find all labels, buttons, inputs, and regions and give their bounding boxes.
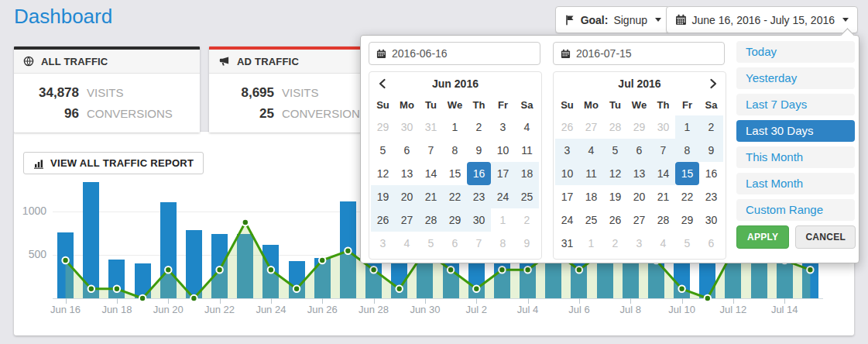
day-cell[interactable]: 14 [419, 162, 443, 185]
day-cell[interactable]: 21 [419, 185, 443, 208]
preset-range-last-7-days[interactable]: Last 7 Days [736, 94, 855, 115]
day-cell[interactable]: 4 [579, 139, 603, 162]
day-cell[interactable]: 4 [651, 232, 675, 255]
day-cell[interactable]: 27 [579, 115, 603, 139]
preset-range-today[interactable]: Today [736, 41, 855, 63]
day-cell[interactable]: 9 [515, 232, 539, 255]
day-cell[interactable]: 29 [627, 115, 651, 139]
preset-range-custom-range[interactable]: Custom Range [736, 199, 855, 221]
preset-range-last-30-days[interactable]: Last 30 Days [736, 120, 855, 142]
preset-range-yesterday[interactable]: Yesterday [736, 67, 855, 89]
day-cell-selected[interactable]: 15 [675, 162, 699, 185]
day-cell[interactable]: 1 [491, 208, 515, 232]
start-date-field[interactable] [369, 42, 540, 65]
day-cell[interactable]: 18 [579, 185, 603, 208]
day-cell[interactable]: 5 [603, 139, 627, 162]
day-cell[interactable]: 20 [627, 185, 651, 208]
day-cell[interactable]: 3 [371, 232, 395, 255]
day-cell[interactable]: 11 [515, 139, 539, 162]
view-all-traffic-report-button[interactable]: VIEW ALL TRAFFIC REPORT [23, 152, 204, 174]
day-cell[interactable]: 8 [675, 139, 699, 162]
day-cell[interactable]: 1 [443, 115, 467, 139]
day-cell[interactable]: 8 [491, 232, 515, 255]
day-cell[interactable]: 2 [603, 232, 627, 255]
day-cell[interactable]: 16 [699, 162, 723, 185]
day-cell[interactable]: 31 [555, 232, 579, 255]
day-cell[interactable]: 7 [419, 139, 443, 162]
day-cell[interactable]: 24 [491, 185, 515, 208]
day-cell[interactable]: 14 [651, 162, 675, 185]
day-cell[interactable]: 3 [491, 115, 515, 139]
day-cell[interactable]: 4 [515, 115, 539, 139]
end-date-input[interactable] [576, 47, 708, 60]
date-range-button[interactable]: June 16, 2016 - July 15, 2016 [666, 6, 858, 33]
day-cell[interactable]: 22 [443, 185, 467, 208]
goal-selector-button[interactable]: Goal: Signup [555, 6, 671, 33]
day-cell[interactable]: 1 [675, 115, 699, 139]
day-cell[interactable]: 25 [579, 208, 603, 232]
day-cell[interactable]: 6 [443, 232, 467, 255]
day-cell[interactable]: 25 [515, 185, 539, 208]
day-cell[interactable]: 6 [699, 232, 723, 255]
day-cell[interactable]: 6 [395, 139, 419, 162]
day-cell[interactable]: 12 [603, 162, 627, 185]
day-cell[interactable]: 7 [651, 139, 675, 162]
day-cell[interactable]: 10 [491, 139, 515, 162]
day-cell[interactable]: 31 [419, 115, 443, 139]
day-cell[interactable]: 23 [467, 185, 491, 208]
day-cell[interactable]: 9 [467, 139, 491, 162]
cancel-button[interactable]: CANCEL [795, 225, 856, 249]
day-cell[interactable]: 6 [627, 139, 651, 162]
day-cell[interactable]: 13 [395, 162, 419, 185]
day-cell[interactable]: 17 [491, 162, 515, 185]
start-date-input[interactable] [392, 47, 523, 60]
day-cell[interactable]: 30 [651, 115, 675, 139]
day-cell[interactable]: 3 [627, 232, 651, 255]
day-cell[interactable]: 13 [627, 162, 651, 185]
day-cell[interactable]: 2 [699, 115, 723, 139]
day-cell[interactable]: 26 [371, 208, 395, 232]
day-cell[interactable]: 9 [699, 139, 723, 162]
day-cell[interactable]: 24 [555, 208, 579, 232]
preset-range-last-month[interactable]: Last Month [736, 173, 855, 194]
day-cell[interactable]: 26 [603, 208, 627, 232]
day-cell[interactable]: 23 [699, 185, 723, 208]
day-cell[interactable]: 2 [467, 115, 491, 139]
day-cell[interactable]: 7 [467, 232, 491, 255]
day-cell[interactable]: 1 [579, 232, 603, 255]
day-cell[interactable]: 26 [555, 115, 579, 139]
day-cell[interactable]: 28 [603, 115, 627, 139]
day-cell[interactable]: 21 [651, 185, 675, 208]
day-cell[interactable]: 22 [675, 185, 699, 208]
day-cell[interactable]: 20 [395, 185, 419, 208]
day-cell[interactable]: 19 [371, 185, 395, 208]
end-date-field[interactable] [553, 42, 725, 65]
day-cell[interactable]: 29 [371, 115, 395, 139]
day-cell[interactable]: 3 [555, 139, 579, 162]
day-cell[interactable]: 19 [603, 185, 627, 208]
preset-range-this-month[interactable]: This Month [736, 146, 855, 168]
day-cell[interactable]: 5 [371, 139, 395, 162]
day-cell[interactable]: 17 [555, 185, 579, 208]
day-cell[interactable]: 2 [515, 208, 539, 232]
day-cell[interactable]: 11 [579, 162, 603, 185]
day-cell[interactable]: 28 [651, 208, 675, 232]
day-cell[interactable]: 5 [675, 232, 699, 255]
day-cell[interactable]: 5 [419, 232, 443, 255]
day-cell[interactable]: 29 [443, 208, 467, 232]
prev-month-button[interactable] [372, 72, 392, 95]
day-cell[interactable]: 28 [419, 208, 443, 232]
day-cell[interactable]: 30 [467, 208, 491, 232]
day-cell[interactable]: 30 [395, 115, 419, 139]
day-cell[interactable]: 4 [395, 232, 419, 255]
day-cell[interactable]: 12 [371, 162, 395, 185]
day-cell[interactable]: 30 [699, 208, 723, 232]
day-cell[interactable]: 29 [675, 208, 699, 232]
day-cell[interactable]: 8 [443, 139, 467, 162]
day-cell[interactable]: 27 [627, 208, 651, 232]
day-cell[interactable]: 27 [395, 208, 419, 232]
next-month-button[interactable] [703, 72, 723, 95]
day-cell[interactable]: 10 [555, 162, 579, 185]
day-cell[interactable]: 18 [515, 162, 539, 185]
day-cell-selected[interactable]: 16 [467, 162, 491, 185]
